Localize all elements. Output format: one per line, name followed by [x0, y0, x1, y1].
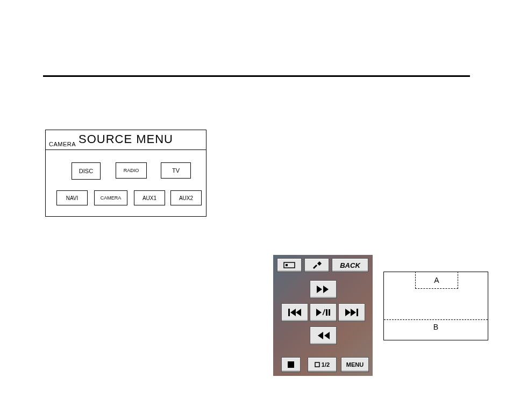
previous-track-button[interactable]	[281, 303, 308, 322]
rewind-button[interactable]	[310, 326, 337, 345]
svg-rect-6	[357, 309, 358, 316]
menu-button[interactable]: MENU	[341, 357, 369, 372]
skip-forward-icon	[345, 309, 358, 316]
fast-forward-icon	[317, 286, 330, 293]
rewind-icon	[317, 332, 330, 339]
svg-rect-5	[329, 309, 330, 316]
svg-text:/: /	[322, 309, 326, 316]
horizontal-rule	[43, 75, 470, 77]
page-indicator-button[interactable]: 1/2	[308, 357, 337, 372]
settings-button[interactable]	[304, 258, 329, 272]
radio-button[interactable]: RADIO	[116, 162, 147, 179]
display-icon	[283, 262, 295, 268]
play-pause-button[interactable]: /	[310, 303, 337, 322]
fast-forward-button[interactable]	[310, 280, 337, 298]
next-track-button[interactable]	[338, 303, 365, 322]
svg-rect-2	[288, 309, 290, 316]
stop-button[interactable]	[281, 357, 301, 372]
play-pause-icon: /	[316, 309, 330, 316]
screen-zone-diagram: A B	[383, 272, 488, 340]
tools-icon	[312, 261, 322, 269]
zone-a-label: A	[415, 272, 458, 289]
navi-button[interactable]: NAVI	[56, 190, 88, 205]
page-indicator-label: 1/2	[322, 361, 330, 368]
zone-b-label: B	[384, 323, 488, 331]
tv-button[interactable]: TV	[161, 162, 191, 179]
svg-rect-7	[288, 361, 294, 368]
svg-rect-4	[326, 309, 327, 316]
skip-back-icon	[288, 309, 301, 316]
stop-icon	[288, 361, 294, 368]
source-menu-panel: CAMERA SOURCE MENU DISC RADIO TV NAVI CA…	[45, 130, 206, 217]
display-button[interactable]	[277, 258, 302, 272]
aux1-button[interactable]: AUX1	[134, 190, 165, 205]
aux2-button[interactable]: AUX2	[170, 190, 202, 205]
svg-rect-8	[315, 362, 319, 367]
disc-button[interactable]: DISC	[72, 162, 101, 180]
camera-button[interactable]: CAMERA	[94, 190, 127, 205]
source-menu-header: CAMERA SOURCE MENU	[46, 130, 206, 150]
playback-control-panel: BACK /	[273, 255, 373, 376]
svg-rect-1	[286, 264, 288, 266]
square-icon	[315, 362, 320, 367]
back-button[interactable]: BACK	[332, 258, 368, 272]
source-menu-title: SOURCE MENU	[46, 132, 206, 146]
zone-divider	[384, 319, 488, 320]
